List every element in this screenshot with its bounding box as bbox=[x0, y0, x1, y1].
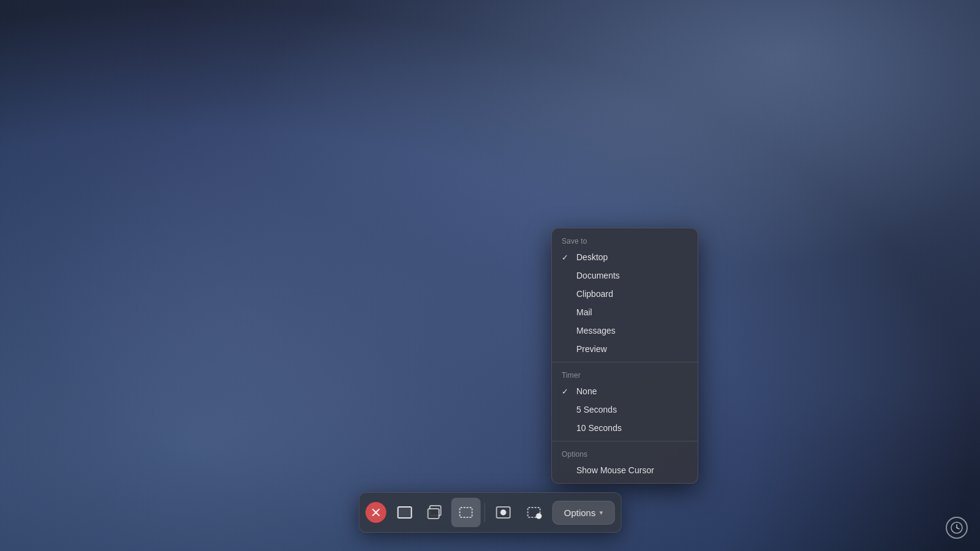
clock-svg bbox=[950, 521, 963, 534]
options-dropdown-menu: Save to ✓ Desktop ✓ Documents ✓ Clipboar… bbox=[551, 228, 698, 484]
menu-item-show-cursor-label: Show Mouse Cursor bbox=[576, 465, 688, 475]
menu-item-messages-label: Messages bbox=[576, 326, 688, 335]
svg-rect-6 bbox=[460, 508, 472, 517]
options-header: Options bbox=[552, 445, 698, 461]
capture-selection-icon bbox=[458, 504, 475, 521]
save-to-header: Save to bbox=[552, 232, 698, 248]
options-button-label: Options bbox=[564, 508, 596, 518]
menu-item-mail[interactable]: ✓ Mail bbox=[552, 303, 698, 321]
menu-item-none[interactable]: ✓ None bbox=[552, 382, 698, 400]
record-selection-icon bbox=[526, 504, 543, 521]
record-screen-button[interactable] bbox=[489, 498, 518, 527]
close-icon bbox=[372, 509, 380, 516]
svg-rect-5 bbox=[428, 509, 439, 519]
close-button[interactable] bbox=[366, 502, 386, 523]
screenshot-toolbar: Options ▾ bbox=[359, 492, 622, 533]
menu-item-5seconds-label: 5 Seconds bbox=[576, 405, 688, 414]
menu-item-documents-label: Documents bbox=[576, 271, 688, 280]
menu-item-desktop[interactable]: ✓ Desktop bbox=[552, 248, 698, 266]
menu-item-documents[interactable]: ✓ Documents bbox=[552, 266, 698, 285]
save-to-section: Save to ✓ Desktop ✓ Documents ✓ Clipboar… bbox=[552, 228, 698, 362]
desktop-background bbox=[0, 0, 980, 551]
menu-item-5seconds[interactable]: ✓ 5 Seconds bbox=[552, 400, 698, 419]
toolbar-divider bbox=[484, 503, 485, 522]
capture-fullscreen-button[interactable] bbox=[390, 498, 420, 527]
timer-header: Timer bbox=[552, 366, 698, 382]
check-none: ✓ bbox=[562, 387, 571, 396]
capture-selection-button[interactable] bbox=[451, 498, 481, 527]
menu-item-10seconds-label: 10 Seconds bbox=[576, 423, 688, 433]
menu-item-show-cursor[interactable]: ✓ Show Mouse Cursor bbox=[552, 461, 698, 479]
menu-item-clipboard[interactable]: ✓ Clipboard bbox=[552, 285, 698, 303]
capture-window-button[interactable] bbox=[421, 498, 450, 527]
menu-item-mail-label: Mail bbox=[576, 307, 688, 317]
check-desktop: ✓ bbox=[562, 253, 571, 262]
timer-section: Timer ✓ None ✓ 5 Seconds ✓ 10 Seconds bbox=[552, 362, 698, 441]
svg-point-10 bbox=[537, 514, 541, 519]
menu-item-desktop-label: Desktop bbox=[576, 252, 688, 262]
chevron-down-icon: ▾ bbox=[599, 509, 603, 517]
svg-line-13 bbox=[957, 528, 959, 529]
svg-rect-3 bbox=[398, 507, 412, 518]
capture-fullscreen-icon bbox=[396, 504, 413, 521]
capture-window-icon bbox=[427, 504, 444, 521]
menu-item-preview[interactable]: ✓ Preview bbox=[552, 340, 698, 358]
menu-item-messages[interactable]: ✓ Messages bbox=[552, 321, 698, 340]
menu-item-preview-label: Preview bbox=[576, 344, 688, 354]
svg-point-8 bbox=[501, 510, 506, 515]
clock-icon bbox=[946, 517, 968, 539]
menu-item-clipboard-label: Clipboard bbox=[576, 289, 688, 299]
record-selection-button[interactable] bbox=[519, 498, 549, 527]
options-button[interactable]: Options ▾ bbox=[552, 501, 615, 525]
options-section: Options ✓ Show Mouse Cursor bbox=[552, 441, 698, 483]
record-screen-icon bbox=[495, 504, 512, 521]
menu-item-none-label: None bbox=[576, 386, 688, 396]
menu-item-10seconds[interactable]: ✓ 10 Seconds bbox=[552, 419, 698, 437]
